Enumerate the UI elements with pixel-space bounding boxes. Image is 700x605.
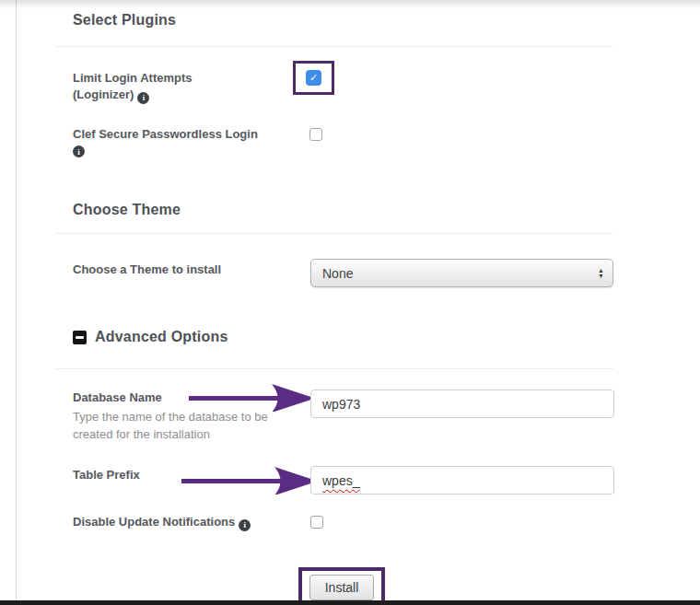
left-divider (16, 0, 17, 605)
install-button[interactable]: Install (309, 575, 374, 600)
plugin-label-loginizer: Limit Login Attempts (Loginizer)i (73, 70, 248, 104)
theme-row-label: Choose a Theme to install (73, 262, 221, 278)
select-stepper-icon: ▲ ▼ (598, 268, 604, 279)
divider (55, 46, 613, 47)
database-name-input[interactable] (310, 390, 614, 418)
section-heading-advanced-options: Advanced Options (95, 329, 228, 345)
clef-checkbox[interactable] (309, 128, 322, 141)
table-prefix-value: wpes_ (322, 473, 359, 488)
collapse-minus-icon[interactable] (73, 331, 87, 344)
installer-form: Select Plugins Limit Login Attempts (Log… (0, 0, 700, 605)
database-name-label: Database Name (73, 390, 162, 406)
database-name-description: Type the name of the database to be crea… (73, 408, 277, 443)
plugin-label-clef: Clef Secure Passwordless Login i (73, 126, 303, 157)
table-prefix-input[interactable]: wpes_ (310, 466, 614, 494)
disable-update-checkbox[interactable] (310, 516, 323, 529)
top-shadow (0, 0, 700, 8)
loginizer-checkbox[interactable]: ✓ (306, 70, 321, 86)
annotation-arrow-icon (181, 467, 318, 494)
theme-select[interactable]: None ▲ ▼ (310, 259, 613, 287)
bottom-edge-bar (0, 600, 700, 605)
disable-update-label: Disable Update Notificationsi (73, 514, 340, 531)
info-icon[interactable]: i (239, 519, 251, 531)
annotation-arrow-icon (189, 384, 315, 412)
table-prefix-label: Table Prefix (73, 467, 140, 483)
section-heading-select-plugins: Select Plugins (73, 12, 176, 29)
info-icon[interactable]: i (73, 145, 85, 157)
divider (55, 368, 613, 369)
theme-select-value: None (311, 266, 598, 281)
info-icon[interactable]: i (137, 92, 149, 104)
divider (55, 233, 613, 234)
section-heading-choose-theme: Choose Theme (73, 202, 181, 218)
